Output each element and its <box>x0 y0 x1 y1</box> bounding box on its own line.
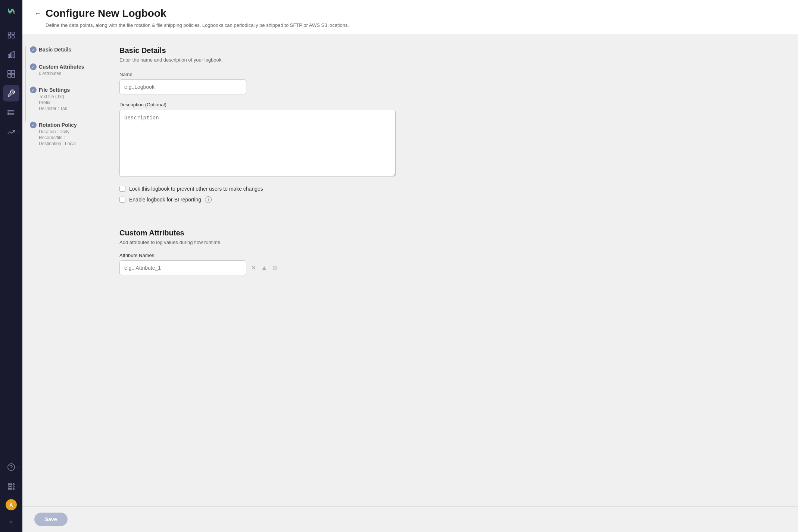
bi-checkbox[interactable] <box>119 197 125 203</box>
svg-rect-1 <box>8 32 10 34</box>
step-rotation-policy: ✓ Rotation Policy Duration : Daily Recor… <box>30 122 97 146</box>
step-label-rotation: Rotation Policy <box>39 122 77 128</box>
name-label: Name <box>119 72 783 77</box>
section-divider <box>119 218 783 218</box>
sidebar-item-list[interactable] <box>3 104 19 121</box>
svg-point-18 <box>8 113 9 114</box>
sidebar: › › › › › <box>0 0 22 532</box>
sidebar-item-widgets[interactable]: › <box>3 66 19 82</box>
app-logo[interactable] <box>4 4 18 18</box>
step-detail-rotation-0: Duration : Daily <box>39 129 97 134</box>
step-custom-attributes: ✓ Custom Attributes 0 Attributes <box>30 63 97 76</box>
svg-point-23 <box>10 484 12 485</box>
attribute-names-group: Attribute Names ✕ ▲ ⊕ <box>119 253 783 275</box>
main-content: ← Configure New Logbook Define the data … <box>22 0 798 532</box>
bi-checkbox-row: Enable logbook for BI reporting i <box>119 196 783 203</box>
svg-rect-8 <box>8 71 11 73</box>
copy-attribute-icon[interactable]: ⊕ <box>272 264 278 272</box>
description-input[interactable] <box>119 110 396 177</box>
bi-info-icon[interactable]: i <box>205 196 212 203</box>
step-check-attributes: ✓ <box>30 63 37 70</box>
page-title: Configure New Logbook <box>46 7 166 19</box>
custom-attributes-section: Custom Attributes Add attributes to log … <box>119 229 783 275</box>
svg-rect-5 <box>8 54 10 57</box>
svg-rect-7 <box>13 51 15 58</box>
form-area: Basic Details Enter the name and descrip… <box>105 34 798 506</box>
svg-rect-6 <box>10 53 12 57</box>
svg-rect-4 <box>12 36 14 38</box>
step-label-file: File Settings <box>39 87 70 93</box>
lock-checkbox-row: Lock this logbook to prevent other users… <box>119 186 783 192</box>
step-detail-file-1: Prefix : <box>39 100 97 105</box>
step-label-basic: Basic Details <box>39 47 71 53</box>
attribute-input-row: ✕ ▲ ⊕ <box>119 260 783 275</box>
attribute-name-input[interactable] <box>119 260 246 275</box>
delete-attribute-icon[interactable]: ✕ <box>251 264 256 272</box>
svg-point-22 <box>8 484 10 485</box>
sidebar-item-tools[interactable]: › <box>3 85 19 101</box>
step-detail-file-2: Delimiter : Tab <box>39 106 97 111</box>
step-detail-rotation-1: Records/file : <box>39 135 97 140</box>
svg-rect-2 <box>12 32 14 34</box>
sidebar-collapse-button[interactable]: » <box>3 516 19 528</box>
steps-panel: ✓ Basic Details ✓ Custom Attributes 0 At… <box>22 34 105 506</box>
sidebar-trending-expand: › <box>18 130 19 134</box>
svg-point-30 <box>13 488 15 490</box>
basic-details-subtitle: Enter the name and description of your l… <box>119 57 783 63</box>
back-button[interactable]: ← <box>34 10 41 18</box>
svg-rect-3 <box>8 36 10 38</box>
lock-checkbox[interactable] <box>119 186 125 192</box>
svg-point-27 <box>13 486 15 487</box>
sidebar-item-analytics[interactable] <box>3 46 19 63</box>
save-button[interactable]: Save <box>34 513 68 526</box>
bi-label: Enable logbook for BI reporting <box>129 197 201 203</box>
basic-details-title: Basic Details <box>119 46 783 55</box>
svg-point-28 <box>8 488 10 490</box>
step-check-file: ✓ <box>30 87 37 93</box>
svg-point-16 <box>8 110 9 111</box>
sidebar-help-expand: › <box>18 465 19 469</box>
step-basic-details: ✓ Basic Details <box>30 46 97 53</box>
step-label-attributes: Custom Attributes <box>39 64 84 70</box>
step-detail-rotation-2: Destination : Local <box>39 141 97 146</box>
step-detail-file-0: Text file (.txt) <box>39 94 97 99</box>
svg-point-24 <box>13 484 15 485</box>
step-file-settings: ✓ File Settings Text file (.txt) Prefix … <box>30 87 97 111</box>
move-up-icon[interactable]: ▲ <box>261 264 268 272</box>
step-detail-attributes-0: 0 Attributes <box>39 71 97 76</box>
custom-attributes-title: Custom Attributes <box>119 229 783 237</box>
step-check-rotation: ✓ <box>30 122 37 128</box>
page-footer: Save <box>22 506 798 532</box>
page-subtitle: Define the data points, along with the f… <box>46 22 786 28</box>
step-check-basic: ✓ <box>30 46 37 53</box>
svg-rect-11 <box>12 74 15 77</box>
sidebar-apps-expand: › <box>18 485 19 489</box>
sidebar-tools-expand: › <box>18 91 19 96</box>
sidebar-item-apps[interactable]: › <box>3 478 19 495</box>
description-field-group: Description (Optional) <box>119 102 783 178</box>
svg-point-19 <box>8 115 9 115</box>
svg-rect-10 <box>8 74 11 77</box>
lock-label: Lock this logbook to prevent other users… <box>129 186 263 192</box>
sidebar-expand-icon: › <box>18 72 19 76</box>
sidebar-item-dashboard[interactable] <box>3 27 19 43</box>
sidebar-item-help[interactable]: › <box>3 459 19 475</box>
attribute-names-label: Attribute Names <box>119 253 783 258</box>
svg-point-29 <box>10 488 12 490</box>
body-layout: ✓ Basic Details ✓ Custom Attributes 0 At… <box>22 34 798 506</box>
description-label: Description (Optional) <box>119 102 783 107</box>
basic-details-section: Basic Details Enter the name and descrip… <box>119 46 783 203</box>
svg-point-17 <box>8 112 9 112</box>
name-field-group: Name <box>119 72 783 94</box>
name-input[interactable] <box>119 79 246 94</box>
sidebar-item-trending[interactable]: › <box>3 124 19 140</box>
svg-point-20 <box>8 464 15 470</box>
page-header: ← Configure New Logbook Define the data … <box>22 0 798 34</box>
avatar[interactable]: A <box>6 499 17 510</box>
svg-rect-9 <box>12 71 15 73</box>
svg-point-26 <box>10 486 12 487</box>
svg-point-25 <box>8 486 10 487</box>
custom-attributes-subtitle: Add attributes to log values during flow… <box>119 240 783 245</box>
